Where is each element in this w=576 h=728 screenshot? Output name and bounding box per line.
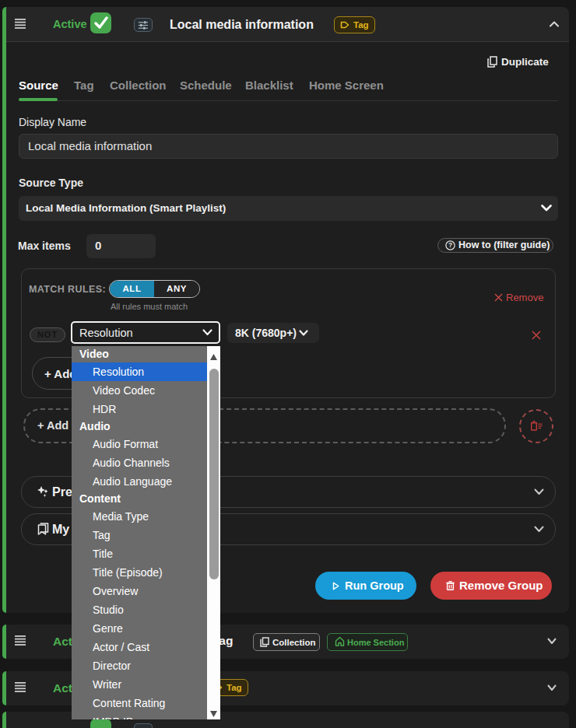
svg-text:?: ? (448, 241, 452, 249)
